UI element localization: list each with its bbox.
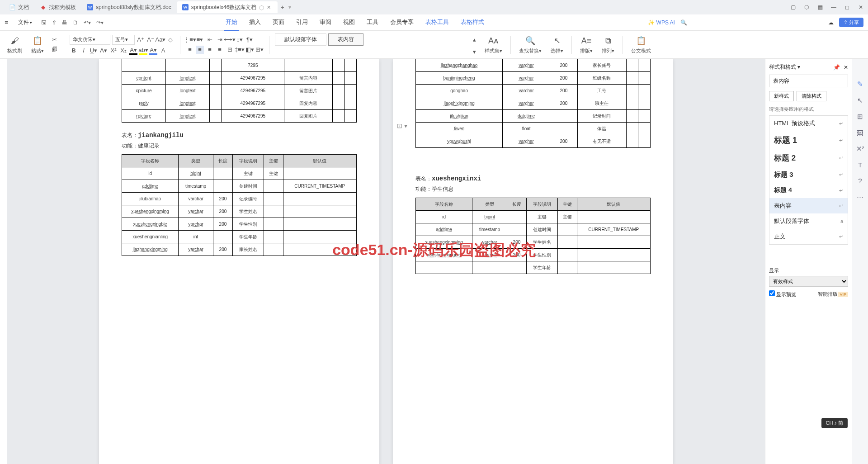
hamburger-icon[interactable]: ≡ [5, 19, 13, 26]
indent-dec-icon[interactable]: ⇤ [206, 36, 214, 44]
grow-font-icon[interactable]: A⁺ [137, 36, 145, 44]
style-item-h4[interactable]: 标题 4↵ [769, 183, 848, 198]
select-icon[interactable]: ↖ [551, 35, 563, 47]
align-center-icon[interactable]: ≡ [196, 46, 204, 54]
tab-doc2[interactable]: Wspringbootelx46数据库文档◯✕ [177, 1, 278, 13]
super-icon[interactable]: X² [109, 47, 118, 55]
pen-icon[interactable]: ✎ [857, 80, 863, 88]
char-spacing-icon[interactable]: ⟷▾ [226, 36, 234, 44]
distribute-icon[interactable]: ⊟ [226, 46, 234, 54]
tab-template[interactable]: ◆找稻壳模板 [34, 1, 81, 13]
clear-format-button[interactable]: 清除格式 [797, 91, 826, 101]
copy-icon[interactable]: 🗐 [50, 46, 58, 54]
tab-docs[interactable]: 📄文档 [4, 1, 34, 13]
t-icon[interactable]: T [858, 161, 862, 169]
collapse-icon[interactable]: — [857, 64, 863, 72]
indent-inc-icon[interactable]: ⇥ [216, 36, 224, 44]
close-window-icon[interactable]: ✕ [857, 4, 864, 11]
styleset-icon[interactable]: Aᴀ [488, 35, 500, 47]
scroll-down-icon[interactable]: ▾ [470, 47, 478, 56]
new-tab[interactable]: + [278, 4, 287, 11]
cloud-icon[interactable]: ☁ [828, 19, 834, 26]
numbering-icon[interactable]: ≡▾ [196, 36, 204, 44]
tab-start[interactable]: 开始 [224, 14, 239, 31]
find-icon[interactable]: 🔍 [524, 35, 536, 47]
case-icon[interactable]: Aa▾ [156, 36, 165, 44]
paste-icon[interactable]: 📋 [32, 35, 43, 47]
print-icon[interactable]: 🖶 [62, 19, 67, 26]
undo-icon[interactable]: ↶▾ [84, 19, 91, 26]
shrink-font-icon[interactable]: A⁻ [146, 36, 155, 44]
strike-icon[interactable]: A̵▾ [99, 47, 108, 55]
show-select[interactable]: 有效样式 [769, 276, 848, 287]
font-select[interactable]: 华文仿宋 ▾ [70, 35, 110, 45]
minimize-icon[interactable]: — [830, 4, 837, 11]
sort-icon[interactable]: ↕▾ [236, 36, 244, 44]
help-icon[interactable]: ? [858, 177, 862, 185]
tab-doc1[interactable]: Wspringboot88sly数据库文档.doc [81, 1, 177, 13]
align-right-icon[interactable]: ≡ [206, 46, 214, 54]
search-icon[interactable]: 🔍 [680, 19, 687, 26]
style-default[interactable]: 默认段落字体 [275, 33, 326, 46]
tab-tools[interactable]: 工具 [365, 14, 380, 31]
bullets-icon[interactable]: ⋮≡▾ [186, 36, 194, 44]
layout-icon[interactable]: ⊞ [857, 113, 863, 121]
align-left-icon[interactable]: ≡ [186, 46, 194, 54]
current-style-input[interactable] [769, 75, 848, 87]
export-icon[interactable]: ⇪ [52, 19, 57, 26]
style-item-content[interactable]: 表内容↵ [769, 198, 848, 213]
style-item-default[interactable]: 默认段落字体a [769, 213, 848, 229]
clear-format-icon[interactable]: ◇ [166, 36, 175, 44]
tab-vip[interactable]: 会员专享 [388, 14, 415, 31]
style-item-body[interactable]: 正文↵ [769, 229, 848, 244]
share-button[interactable]: ⇧ 分享 [839, 18, 863, 27]
style-item-h2[interactable]: 标题 2↵ [769, 149, 848, 167]
smart-layout[interactable]: 智能排版VIP [818, 291, 848, 298]
table-handle-icon[interactable]: ⊡ ▾ [397, 122, 407, 129]
tab-insert[interactable]: 插入 [247, 14, 263, 31]
cut-icon[interactable]: ✂ [50, 36, 58, 44]
tab-page[interactable]: 页面 [271, 14, 286, 31]
tab-ref[interactable]: 引用 [294, 14, 310, 31]
shading-icon[interactable]: ◧▾ [245, 46, 254, 54]
underline-icon[interactable]: U▾ [90, 47, 98, 55]
file-menu[interactable]: 文件▾ [15, 19, 35, 26]
bold-icon[interactable]: B [70, 47, 78, 55]
maximize-icon[interactable]: ◻ [844, 4, 851, 11]
font-color-icon[interactable]: A▾ [129, 47, 137, 55]
highlight-icon[interactable]: ab▾ [139, 47, 147, 55]
tab-view[interactable]: 视图 [341, 14, 357, 31]
preview-icon[interactable]: 🗋 [73, 19, 78, 26]
new-style-button[interactable]: 新样式 [769, 91, 794, 101]
tab-table-tools[interactable]: 表格工具 [424, 14, 451, 31]
style-item-html[interactable]: HTML 预设格式↵ [769, 116, 848, 131]
redo-icon[interactable]: ↷▾ [96, 19, 104, 26]
sub-icon[interactable]: X₂ [119, 47, 127, 55]
wps-ai[interactable]: ✨ WPS AI [648, 19, 675, 26]
close-panel-icon[interactable]: ✕ [844, 64, 848, 71]
more-icon[interactable]: ⋯ [857, 193, 863, 201]
char-shade-icon[interactable]: A [159, 47, 167, 55]
close-icon[interactable]: ✕ [267, 5, 272, 10]
image-icon[interactable]: 🖼 [857, 129, 863, 137]
italic-icon[interactable]: I [80, 47, 88, 55]
pin-icon[interactable]: 📌 [833, 64, 840, 71]
font-color2-icon[interactable]: A▾ [149, 47, 157, 55]
tools-icon[interactable]: ✕² [856, 145, 864, 153]
style-item-h3[interactable]: 标题 3↵ [769, 167, 848, 183]
arrange-icon[interactable]: ⧉ [602, 35, 614, 47]
borders-icon[interactable]: ⊞▾ [255, 46, 264, 54]
save-icon[interactable]: 🖫 [41, 19, 47, 26]
size-select[interactable]: 五号 ▾ [112, 35, 135, 45]
preview-checkbox[interactable]: 显示预览 [769, 290, 796, 298]
cube-icon[interactable]: ⬡ [803, 4, 810, 11]
style-item-h1[interactable]: 标题 1↵ [769, 131, 848, 149]
scroll-up-icon[interactable]: ▴ [470, 36, 478, 44]
tab-review[interactable]: 审阅 [318, 14, 333, 31]
style-content[interactable]: 表内容 [328, 33, 363, 46]
app-icon[interactable]: ▢ [789, 4, 797, 11]
cursor-icon[interactable]: ↖ [857, 96, 863, 104]
grid-icon[interactable]: ▦ [816, 4, 824, 11]
justify-icon[interactable]: ≡ [216, 46, 224, 54]
section-icon[interactable]: A≡ [580, 35, 592, 47]
